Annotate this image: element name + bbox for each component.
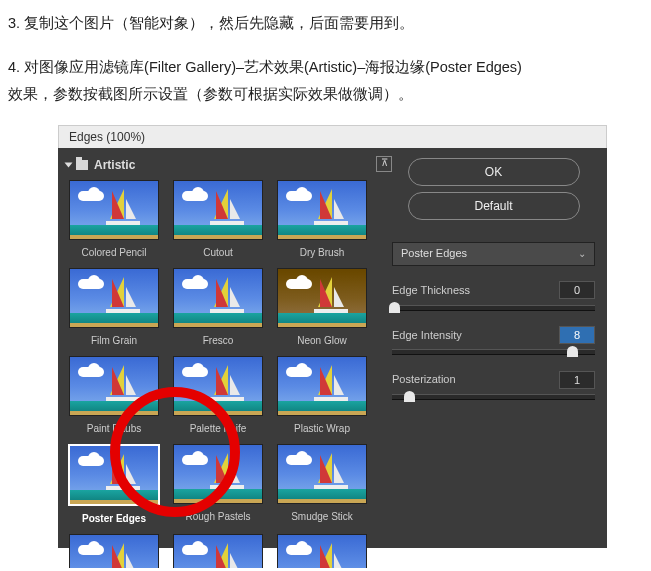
param-edge-intensity-slider[interactable] xyxy=(392,349,595,355)
param-posterization-value[interactable]: 1 xyxy=(559,371,595,389)
category-label: Artistic xyxy=(94,154,135,177)
filter-select-value: Poster Edges xyxy=(401,243,467,264)
slider-knob-icon[interactable] xyxy=(389,302,400,313)
thumb-poster-edges[interactable]: Poster Edges xyxy=(66,444,162,528)
thumb-paint-daubs[interactable]: Paint Daubs xyxy=(66,356,162,438)
slider-knob-icon[interactable] xyxy=(404,391,415,402)
thumb-dry-brush[interactable]: Dry Brush xyxy=(274,180,370,262)
thumb-watercolor[interactable]: Watercolor xyxy=(274,534,370,567)
filter-options-panel: ⊼ OK Default Poster Edges ⌄ Edge Thickne… xyxy=(378,148,607,548)
thumb-label: Paint Daubs xyxy=(87,419,141,438)
filter-select[interactable]: Poster Edges ⌄ xyxy=(392,242,595,266)
filter-gallery-window: Edges (100%) Artistic Colored Pencil Cut… xyxy=(58,125,607,548)
thumb-label: Fresco xyxy=(203,331,234,350)
thumb-cutout[interactable]: Cutout xyxy=(170,180,266,262)
disclosure-triangle-icon xyxy=(65,163,73,168)
category-artistic[interactable]: Artistic xyxy=(66,154,370,177)
thumb-label: Smudge Stick xyxy=(291,507,353,526)
param-edge-intensity-value[interactable]: 8 xyxy=(559,326,595,344)
param-edge-thickness-label: Edge Thickness xyxy=(392,280,470,301)
thumb-label: Film Grain xyxy=(91,331,137,350)
thumb-colored-pencil[interactable]: Colored Pencil xyxy=(66,180,162,262)
thumb-palette-knife[interactable]: Palette Knife xyxy=(170,356,266,438)
thumb-label: Palette Knife xyxy=(190,419,247,438)
thumb-label: Dry Brush xyxy=(300,243,344,262)
thumb-underpainting[interactable]: Underpainting xyxy=(170,534,266,567)
ok-button[interactable]: OK xyxy=(408,158,580,186)
slider-knob-icon[interactable] xyxy=(567,346,578,357)
param-edge-intensity-label: Edge Intensity xyxy=(392,325,462,346)
default-button[interactable]: Default xyxy=(408,192,580,220)
thumb-label: Poster Edges xyxy=(82,509,146,528)
thumb-label: Cutout xyxy=(203,243,232,262)
thumb-label: Colored Pencil xyxy=(81,243,146,262)
thumb-sponge[interactable]: Sponge xyxy=(66,534,162,567)
thumb-label: Plastic Wrap xyxy=(294,419,350,438)
thumb-film-grain[interactable]: Film Grain xyxy=(66,268,162,350)
thumb-label: Neon Glow xyxy=(297,331,346,350)
step-4-text: 4. 对图像应用滤镜库(Filter Gallery)–艺术效果(Artisti… xyxy=(8,54,643,109)
param-posterization-label: Posterization xyxy=(392,369,456,390)
step-4-line1: 4. 对图像应用滤镜库(Filter Gallery)–艺术效果(Artisti… xyxy=(8,59,522,75)
collapse-panel-icon[interactable]: ⊼ xyxy=(376,156,392,172)
param-edge-thickness-slider[interactable] xyxy=(392,305,595,311)
step-3-text: 3. 复制这个图片（智能对象），然后先隐藏，后面需要用到。 xyxy=(8,10,643,38)
thumb-fresco[interactable]: Fresco xyxy=(170,268,266,350)
param-posterization-slider[interactable] xyxy=(392,394,595,400)
thumb-neon-glow[interactable]: Neon Glow xyxy=(274,268,370,350)
thumb-rough-pastels[interactable]: Rough Pastels xyxy=(170,444,266,528)
step-4-line2: 效果，参数按截图所示设置（参数可根据实际效果做微调）。 xyxy=(8,86,413,102)
thumb-label: Rough Pastels xyxy=(185,507,250,526)
chevron-down-icon: ⌄ xyxy=(578,244,586,263)
thumb-plastic-wrap[interactable]: Plastic Wrap xyxy=(274,356,370,438)
folder-icon xyxy=(76,160,88,170)
param-edge-thickness-value[interactable]: 0 xyxy=(559,281,595,299)
thumb-smudge-stick[interactable]: Smudge Stick xyxy=(274,444,370,528)
filter-thumbnails-panel: Artistic Colored Pencil Cutout Dry Brush… xyxy=(58,148,378,548)
window-title: Edges (100%) xyxy=(58,125,607,148)
